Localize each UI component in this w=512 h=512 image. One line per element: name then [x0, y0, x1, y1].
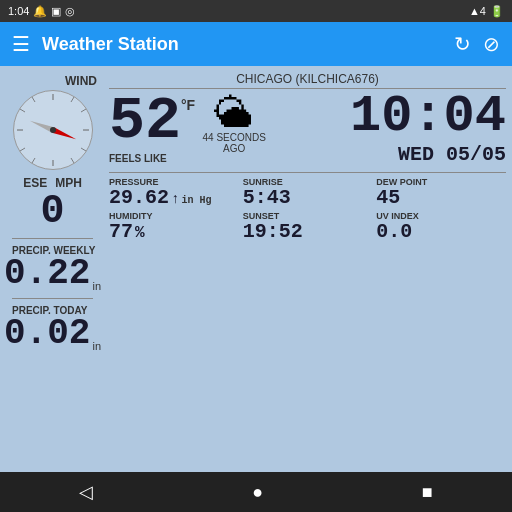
precip-today-val: 0.02	[4, 316, 90, 352]
wind-direction-row: ESE MPH	[23, 176, 82, 190]
temp-block: 52 °F FEELS LIKE	[109, 91, 195, 164]
sunrise-cell: SUNRISE 5:43	[243, 177, 373, 209]
temperature-value: 52	[109, 91, 181, 151]
left-panel: WIND	[0, 66, 105, 472]
svg-line-4	[71, 97, 74, 102]
svg-line-9	[20, 148, 25, 151]
svg-line-10	[20, 109, 25, 112]
sunset-cell: SUNSET 19:52	[243, 211, 373, 243]
weather-icon: 🌥	[214, 91, 254, 136]
bottom-nav: ◁ ● ■	[0, 472, 512, 512]
menu-icon[interactable]: ☰	[12, 32, 30, 56]
precip-weekly-row: 0.22 in	[4, 256, 101, 292]
wind-speed: 0	[40, 192, 64, 232]
dew-point-cell: DEW POINT 45	[376, 177, 506, 209]
date-value: WED 05/05	[398, 143, 506, 166]
precip-today-unit: in	[92, 340, 101, 352]
main-content: WIND	[0, 66, 512, 472]
feels-like-label: FEELS LIKE	[109, 153, 195, 164]
app-bar: ☰ Weather Station ↻ ⊘	[0, 22, 512, 66]
ago-text: 44 SECONDS AGO	[199, 132, 269, 154]
sunset-value: 19:52	[243, 221, 373, 243]
time-value: 10:04	[350, 91, 506, 143]
weather-icon-area: 🌥 44 SECONDS AGO	[199, 91, 269, 154]
notification-icon: 🔔	[33, 5, 47, 18]
pressure-value: 29.62 ↑ in Hg	[109, 187, 239, 209]
pressure-unit: in Hg	[181, 195, 211, 206]
temp-unit: °F	[181, 97, 195, 113]
pressure-cell: PRESSURE 29.62 ↑ in Hg	[109, 177, 239, 209]
status-left: 1:04 🔔 ▣ ◎	[8, 5, 75, 18]
precip-weekly-unit: in	[92, 280, 101, 292]
wind-dir: ESE	[23, 176, 47, 190]
humidity-cell: HUMIDITY 77 %	[109, 211, 239, 243]
app-title: Weather Station	[42, 34, 442, 55]
svg-line-5	[81, 109, 86, 112]
data-grid: PRESSURE 29.62 ↑ in Hg SUNRISE 5:43 DEW …	[109, 172, 506, 243]
battery-icon: 🔋	[490, 5, 504, 18]
dew-point-value: 45	[376, 187, 506, 209]
settings-icon[interactable]: ⊘	[483, 32, 500, 56]
status-bar: 1:04 🔔 ▣ ◎ ▲4 🔋	[0, 0, 512, 22]
home-button[interactable]: ●	[252, 482, 263, 503]
humidity-value: 77 %	[109, 221, 239, 243]
humidity-unit: %	[135, 225, 145, 243]
status-right: ▲4 🔋	[469, 5, 504, 18]
time-block: 10:04 WED 05/05	[273, 91, 506, 166]
svg-line-11	[32, 97, 35, 102]
pressure-arrow: ↑	[171, 192, 179, 207]
wind-unit: MPH	[55, 176, 82, 190]
svg-point-14	[50, 127, 56, 133]
sim-icon: ▣	[51, 5, 61, 18]
sunrise-value: 5:43	[243, 187, 373, 209]
wind-label: WIND	[65, 74, 97, 88]
svg-line-6	[81, 148, 86, 151]
precip-today-row: 0.02 in	[4, 316, 101, 352]
refresh-icon[interactable]: ↻	[454, 32, 471, 56]
wind-compass	[13, 90, 93, 170]
divider2	[12, 298, 92, 299]
svg-line-8	[32, 158, 35, 163]
uv-index-value: 0.0	[376, 221, 506, 243]
svg-line-7	[71, 158, 74, 163]
precip-weekly-val: 0.22	[4, 256, 90, 292]
status-time: 1:04	[8, 5, 29, 17]
uv-index-cell: UV INDEX 0.0	[376, 211, 506, 243]
divider1	[12, 238, 92, 239]
temp-time-row: 52 °F FEELS LIKE 🌥 44 SECONDS AGO 10:04 …	[109, 91, 506, 166]
location-icon: ◎	[65, 5, 75, 18]
right-panel: CHICAGO (KILCHICA676) 52 °F FEELS LIKE 🌥…	[105, 66, 512, 472]
back-button[interactable]: ◁	[79, 481, 93, 503]
recent-button[interactable]: ■	[422, 482, 433, 503]
wifi-icon: ▲4	[469, 5, 486, 17]
